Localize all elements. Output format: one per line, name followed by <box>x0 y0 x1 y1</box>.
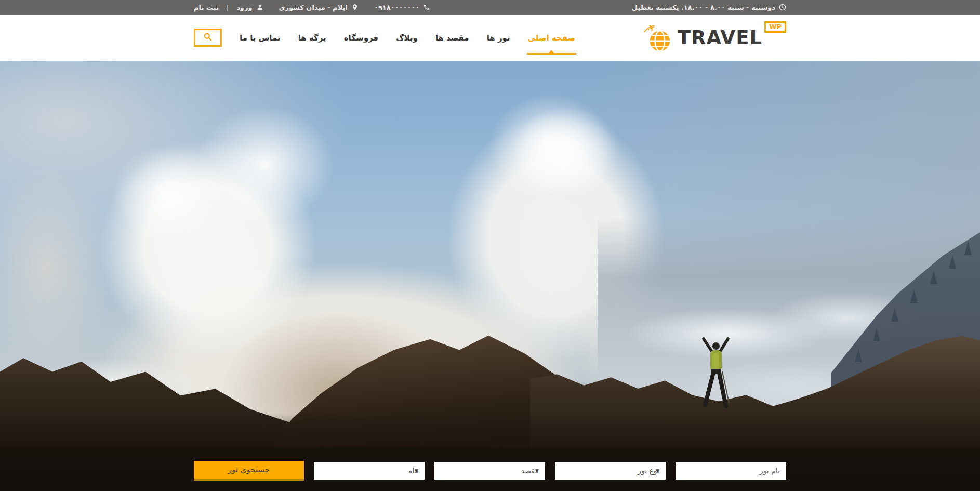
location-pin-icon <box>351 4 359 11</box>
destination-select[interactable]: مقصد ▼ <box>434 462 545 480</box>
tree-icon <box>855 349 862 362</box>
auth-separator: | <box>227 4 229 11</box>
nav-item-shop[interactable]: فروشگاه <box>344 15 378 61</box>
register-link[interactable]: ثبت نام <box>194 4 219 11</box>
magnifier-icon <box>203 32 213 43</box>
topbar-phone: ۰۹۱۸۰۰۰۰۰۰۰ <box>374 4 430 11</box>
opening-hours: دوشنبه - شنبه ۸.۰۰ - ۱۸.۰۰. یکشنبه تعطیل <box>632 4 786 11</box>
logo-wp-badge: WP <box>764 21 786 33</box>
nav-item-home[interactable]: صفحه اصلی <box>528 15 575 61</box>
tree-icon <box>873 328 880 341</box>
main-nav: صفحه اصلی تور ها مقصد ها وبلاگ فروشگاه ب… <box>194 15 575 61</box>
login-link[interactable]: ورود <box>236 4 252 11</box>
tree-icon <box>910 289 918 303</box>
clock-icon <box>779 4 786 11</box>
phone-icon <box>423 4 430 11</box>
topbar-address: ایلام - میدان کشوری <box>279 4 359 11</box>
month-select[interactable]: ماه ▼ <box>314 462 425 480</box>
tree-icon <box>930 271 937 284</box>
topbar: دوشنبه - شنبه ۸.۰۰ - ۱۸.۰۰. یکشنبه تعطیل… <box>0 0 980 15</box>
tour-search-bar: نوع تور ▼ مقصد ▼ ماه ▼ جستجوی تور <box>0 447 980 491</box>
tree-icon <box>949 255 956 269</box>
hiker-figure <box>696 334 735 412</box>
hero-image: نوع تور ▼ مقصد ▼ ماه ▼ جستجوی تور <box>0 61 980 491</box>
tree-icon <box>964 242 972 255</box>
nav-item-destinations[interactable]: مقصد ها <box>435 15 469 61</box>
tour-type-select[interactable]: نوع تور ▼ <box>555 462 666 480</box>
nav-item-tours[interactable]: تور ها <box>487 15 510 61</box>
address-text: ایلام - میدان کشوری <box>279 4 348 11</box>
user-icon <box>256 4 263 11</box>
nav-item-contact[interactable]: تماس با ما <box>240 15 281 61</box>
tour-name-input[interactable] <box>676 462 786 480</box>
site-logo[interactable]: ✈ TRAVEL WP <box>643 15 786 61</box>
nav-item-blog[interactable]: وبلاگ <box>396 15 418 61</box>
search-toggle-button[interactable] <box>194 29 222 47</box>
tour-search-button[interactable]: جستجوی تور <box>194 461 304 481</box>
logo-text: TRAVEL <box>678 28 762 47</box>
topbar-auth: ورود | ثبت نام <box>194 4 263 11</box>
phone-number: ۰۹۱۸۰۰۰۰۰۰۰ <box>374 4 419 11</box>
nav-item-pages[interactable]: برگه ها <box>298 15 326 61</box>
globe-airplane-icon: ✈ <box>643 23 673 52</box>
opening-hours-text: دوشنبه - شنبه ۸.۰۰ - ۱۸.۰۰. یکشنبه تعطیل <box>632 4 775 11</box>
active-tab-indicator <box>527 53 576 55</box>
tree-icon <box>891 308 898 322</box>
site-header: ✈ TRAVEL WP صفحه اصلی تور ها مقصد ها وبل… <box>0 15 980 61</box>
